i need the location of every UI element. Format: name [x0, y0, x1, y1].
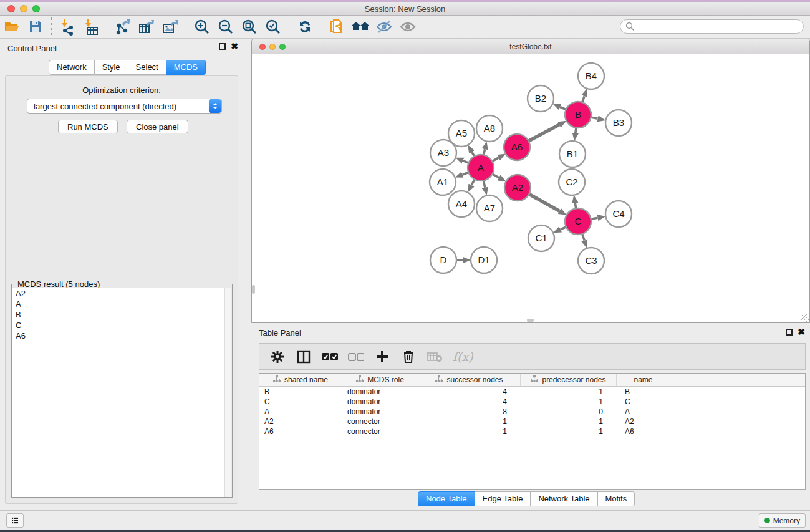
task-history-button[interactable]	[6, 513, 24, 528]
table-row[interactable]: Adominator80A	[259, 407, 805, 417]
node-D[interactable]: D	[430, 247, 456, 273]
tab-edge-table[interactable]: Edge Table	[475, 491, 531, 506]
network-document-icon[interactable]	[325, 17, 349, 37]
node-B2[interactable]: B2	[528, 85, 554, 112]
zoom-out-icon[interactable]	[214, 17, 238, 37]
node-A4[interactable]: A4	[448, 191, 475, 217]
table-cell: A	[259, 407, 342, 417]
node-C4[interactable]: C4	[605, 201, 632, 227]
vertical-scrollbar-thumb[interactable]	[252, 285, 255, 294]
svg-text:C2: C2	[566, 177, 577, 187]
node-D1[interactable]: D1	[471, 247, 497, 273]
column-header-shared-name[interactable]: shared name	[259, 374, 342, 386]
network-canvas[interactable]: AA1A3A4A5A7A8A6A2BB1B2B3B4CC1C2C3C4DD1	[252, 54, 809, 322]
table-panel-title: Table Panel	[259, 328, 301, 337]
export-network-icon[interactable]	[111, 17, 135, 37]
delete-column-trash-icon[interactable]	[400, 349, 417, 365]
control-panel-header: Control Panel ✖	[0, 39, 243, 57]
home-networks-icon[interactable]	[349, 17, 372, 37]
result-list-item[interactable]: B	[12, 309, 225, 320]
resize-grip-icon[interactable]	[801, 314, 809, 322]
tab-style[interactable]: Style	[95, 60, 128, 75]
node-table[interactable]: shared nameMCDS rolesuccessor nodesprede…	[259, 373, 806, 490]
export-image-icon[interactable]	[158, 17, 182, 37]
main-titlebar: Session: New Session	[0, 2, 810, 16]
deselect-all-checks-icon[interactable]	[348, 349, 364, 365]
node-C1[interactable]: C1	[528, 225, 554, 251]
table-panel: Table Panel ✖ f(x) shared nameMCDS rol	[251, 324, 810, 508]
node-A7[interactable]: A7	[476, 195, 503, 221]
float-panel-icon[interactable]	[219, 43, 226, 50]
run-mcds-button[interactable]: Run MCDS	[58, 120, 118, 133]
svg-text:A6: A6	[511, 142, 523, 152]
settings-gear-icon[interactable]	[269, 349, 286, 365]
svg-text:A: A	[478, 162, 484, 173]
zoom-in-icon[interactable]	[190, 17, 214, 37]
node-B[interactable]: B	[565, 102, 591, 128]
node-A5[interactable]: A5	[448, 120, 475, 147]
memory-button[interactable]: Memory	[759, 513, 806, 528]
column-header-name[interactable]: name	[617, 374, 670, 386]
tab-network[interactable]: Network	[49, 60, 95, 75]
column-header-successor-nodes[interactable]: successor nodes	[418, 374, 521, 386]
zoom-selected-icon[interactable]	[261, 17, 285, 37]
table-row[interactable]: Cdominator41C	[259, 397, 805, 407]
node-A6[interactable]: A6	[504, 134, 530, 160]
table-cell: connector	[342, 417, 418, 427]
tab-network-table[interactable]: Network Table	[531, 491, 597, 506]
tab-mcds[interactable]: MCDS	[166, 60, 206, 75]
table-row[interactable]: A2connector11A2	[259, 417, 805, 427]
tab-node-table[interactable]: Node Table	[418, 491, 475, 506]
node-C[interactable]: C	[565, 208, 591, 235]
import-network-icon[interactable]	[55, 17, 79, 37]
close-panel-button[interactable]: Close panel	[127, 120, 188, 133]
node-C2[interactable]: C2	[559, 169, 585, 195]
result-list-item[interactable]: A6	[12, 331, 225, 341]
node-B1[interactable]: B1	[559, 141, 586, 167]
result-list-item[interactable]: A2	[12, 288, 225, 299]
table-row[interactable]: A6connector11A6	[259, 427, 805, 437]
table-cell: 8	[418, 407, 521, 417]
column-header-predecessor-nodes[interactable]: predecessor nodes	[521, 374, 617, 386]
result-list-item[interactable]: A	[12, 299, 225, 309]
svg-text:C: C	[575, 216, 582, 226]
node-B4[interactable]: B4	[578, 63, 604, 89]
import-table-icon[interactable]	[79, 17, 103, 37]
close-panel-icon[interactable]: ✖	[231, 43, 238, 50]
delete-table-icon[interactable]	[427, 349, 443, 365]
node-B3[interactable]: B3	[605, 110, 632, 136]
node-A1[interactable]: A1	[430, 169, 456, 195]
mcds-result-list[interactable]: A2ABCA6	[12, 288, 225, 497]
add-column-icon[interactable]	[374, 349, 390, 365]
node-A2[interactable]: A2	[504, 175, 531, 201]
zoom-fit-icon[interactable]	[238, 17, 261, 37]
toolbar-separator	[51, 17, 52, 36]
refresh-icon[interactable]	[293, 17, 317, 37]
node-A8[interactable]: A8	[476, 115, 503, 142]
table-cell: A2	[259, 417, 342, 427]
horizontal-scrollbar-thumb[interactable]	[527, 319, 534, 322]
open-folder-icon[interactable]	[0, 17, 24, 37]
result-list-scrollbar[interactable]	[224, 288, 231, 497]
result-list-item[interactable]: C	[12, 320, 225, 331]
tab-motifs[interactable]: Motifs	[598, 491, 635, 506]
criterion-select[interactable]: largest connected component (directed)	[27, 99, 222, 114]
column-header-label: name	[634, 375, 652, 384]
table-row[interactable]: Bdominator41B	[259, 387, 805, 397]
column-header-MCDS-role[interactable]: MCDS role	[342, 374, 418, 386]
node-C3[interactable]: C3	[578, 248, 604, 274]
tab-select[interactable]: Select	[128, 60, 166, 75]
node-A[interactable]: A	[468, 155, 494, 181]
save-icon[interactable]	[24, 17, 47, 37]
hide-selected-eye-icon[interactable]	[372, 17, 396, 37]
close-table-panel-icon[interactable]: ✖	[798, 329, 805, 336]
column-header-label: successor nodes	[446, 375, 503, 384]
search-input[interactable]	[620, 19, 804, 34]
column-layout-icon[interactable]	[296, 349, 312, 365]
show-selected-eye-icon[interactable]	[396, 17, 420, 37]
export-table-icon[interactable]	[135, 17, 158, 37]
function-builder-icon[interactable]: f(x)	[453, 350, 473, 364]
float-table-panel-icon[interactable]	[786, 329, 793, 336]
select-all-checks-icon[interactable]	[322, 349, 338, 365]
svg-text:A3: A3	[438, 147, 449, 158]
